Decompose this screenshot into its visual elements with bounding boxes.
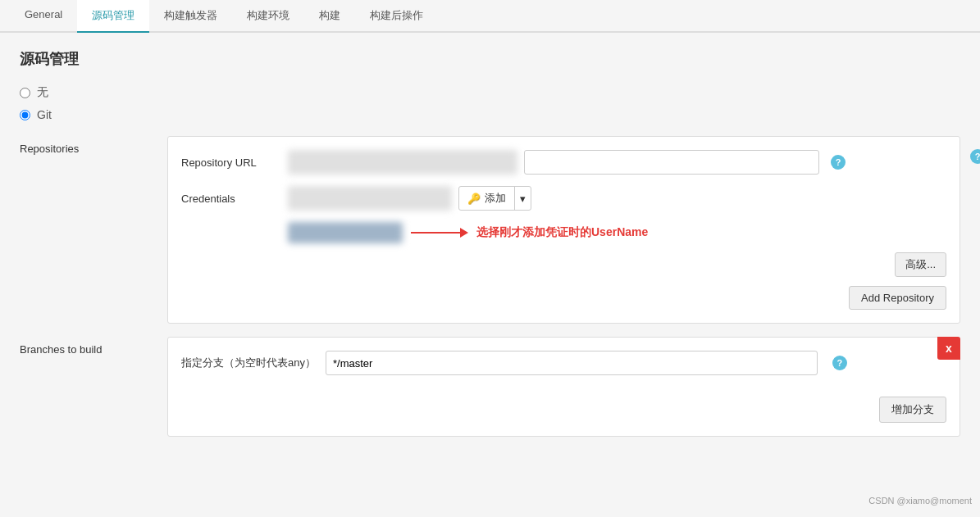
add-branch-button[interactable]: 增加分支 [879, 397, 946, 423]
advanced-button[interactable]: 高级... [895, 252, 946, 277]
tab-build-env[interactable]: 构建环境 [232, 0, 304, 33]
add-btn-dropdown-arrow[interactable]: ▾ [515, 187, 531, 210]
tab-bar: General 源码管理 构建触发器 构建环境 构建 构建后操作 [0, 0, 980, 33]
selected-credential-blurred [288, 222, 403, 243]
scm-radio-group: 无 Git [20, 85, 960, 121]
page-title: 源码管理 [20, 49, 960, 69]
radio-git-option[interactable]: Git [20, 108, 960, 121]
branches-block: x 指定分支（为空时代表any） ? 增加分支 [167, 337, 960, 437]
branches-section: Branches to build x 指定分支（为空时代表any） ? 增加分… [20, 337, 960, 437]
repo-url-blurred [288, 150, 517, 175]
radio-git-input[interactable] [20, 110, 30, 120]
repositories-label: Repositories [20, 136, 167, 324]
main-content: 源码管理 无 Git Repositories Repository URL [0, 33, 980, 512]
add-credentials-button[interactable]: 🔑 添加 ▾ [458, 186, 531, 211]
credentials-content: 🔑 添加 ▾ [288, 186, 946, 211]
repo-url-row: Repository URL ? [181, 150, 946, 175]
watermark: CSDN @xiamo@moment [868, 496, 972, 506]
annotation-text: 选择刚才添加凭证时的UserName [476, 225, 648, 240]
branch-field-row: 指定分支（为空时代表any） ? [181, 351, 946, 375]
annotation-arrow [411, 228, 468, 238]
repo-url-content: ? [288, 150, 946, 175]
repositories-block: Repository URL ? Credentials [167, 136, 960, 324]
annotation-area: 选择刚才添加凭证时的UserName [288, 222, 946, 243]
branches-section-label: Branches to build [20, 337, 167, 437]
repos-section-help-icon[interactable]: ? [970, 149, 980, 164]
branch-field-label: 指定分支（为空时代表any） [181, 356, 316, 370]
tab-build[interactable]: 构建 [304, 0, 355, 33]
branch-field-input[interactable] [326, 351, 818, 375]
tab-post-build[interactable]: 构建后操作 [355, 0, 438, 33]
add-btn-main: 🔑 添加 [459, 187, 515, 210]
credentials-blurred [288, 186, 452, 211]
repo-url-help-icon[interactable]: ? [831, 155, 846, 170]
tab-source-mgmt[interactable]: 源码管理 [77, 0, 149, 33]
radio-none-option[interactable]: 无 [20, 85, 960, 100]
repo-url-label: Repository URL [181, 156, 288, 169]
radio-git-label: Git [37, 108, 52, 121]
add-repository-button[interactable]: Add Repository [849, 286, 946, 310]
arrow-line [411, 232, 460, 234]
tab-general[interactable]: General [10, 0, 77, 33]
branches-close-button[interactable]: x [937, 337, 960, 360]
repositories-section: Repositories Repository URL ? [20, 136, 960, 324]
radio-none-input[interactable] [20, 88, 30, 98]
arrow-head [460, 228, 468, 238]
repo-url-input[interactable] [524, 150, 819, 175]
radio-none-label: 无 [37, 85, 48, 100]
tab-build-trigger[interactable]: 构建触发器 [149, 0, 232, 33]
branch-help-icon[interactable]: ? [832, 356, 847, 370]
add-key-icon: 🔑 [467, 193, 481, 205]
add-btn-label: 添加 [485, 191, 506, 206]
chevron-down-icon: ▾ [520, 193, 526, 205]
credentials-row: Credentials 🔑 添加 ▾ [181, 186, 946, 211]
credentials-label: Credentials [181, 193, 288, 205]
